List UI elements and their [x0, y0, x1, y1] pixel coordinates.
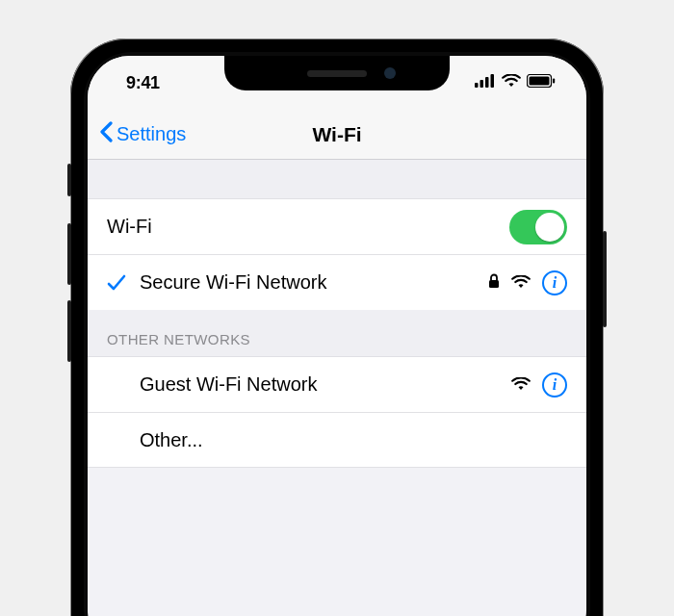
wifi-icon: [502, 74, 521, 91]
wifi-toggle-row[interactable]: Wi-Fi: [88, 198, 586, 254]
volume-up-button: [67, 223, 71, 285]
wifi-strength-icon: [511, 373, 531, 396]
wifi-toggle-label: Wi-Fi: [107, 216, 509, 238]
other-network-row[interactable]: Other...: [88, 412, 586, 468]
content: Wi-Fi Secure Wi-Fi Network: [88, 160, 586, 468]
mute-switch: [67, 164, 71, 196]
svg-rect-2: [485, 77, 489, 88]
nav-bar: Settings Wi-Fi: [88, 110, 586, 160]
chevron-left-icon: [99, 121, 113, 147]
other-label: Other...: [140, 429, 567, 451]
svg-rect-7: [489, 280, 499, 288]
lock-icon: [488, 271, 500, 294]
back-button[interactable]: Settings: [88, 121, 186, 147]
status-time: 9:41: [126, 73, 160, 93]
screen: 9:41: [88, 56, 586, 616]
svg-rect-6: [553, 79, 555, 84]
check-icon: [107, 274, 140, 292]
power-button: [603, 231, 607, 327]
wifi-toggle[interactable]: [509, 210, 567, 244]
network-name: Guest Wi-Fi Network: [140, 373, 511, 396]
volume-down-button: [67, 300, 71, 362]
back-label: Settings: [117, 123, 186, 145]
connected-network-row[interactable]: Secure Wi-Fi Network: [88, 254, 586, 310]
info-button[interactable]: i: [542, 270, 567, 295]
network-row[interactable]: Guest Wi-Fi Network i: [88, 356, 586, 412]
notch: [224, 56, 450, 90]
connected-network-name: Secure Wi-Fi Network: [140, 271, 488, 294]
svg-rect-1: [480, 80, 484, 88]
battery-icon: [527, 74, 556, 91]
other-networks-header: OTHER NETWORKS: [107, 331, 567, 347]
phone-frame: 9:41: [70, 38, 604, 616]
cellular-icon: [475, 74, 496, 91]
speaker: [307, 70, 367, 77]
svg-rect-5: [530, 77, 550, 86]
info-button[interactable]: i: [542, 372, 567, 398]
wifi-strength-icon: [511, 271, 531, 294]
svg-rect-3: [491, 74, 495, 88]
status-indicators: [475, 74, 556, 91]
svg-rect-0: [475, 83, 479, 88]
front-camera: [384, 67, 396, 79]
